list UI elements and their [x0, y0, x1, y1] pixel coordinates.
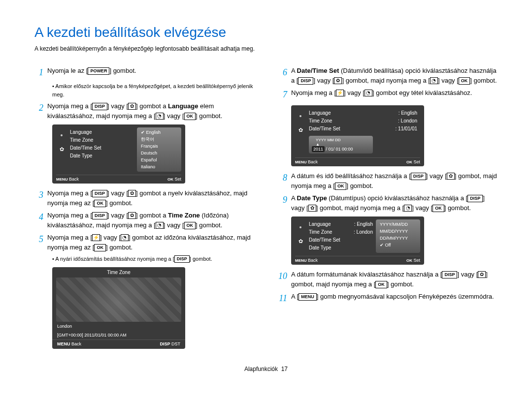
option: DD/MM/YYYY — [380, 235, 416, 242]
label: Date/Time Set — [309, 125, 340, 133]
page-footer: Alapfunkciók 17 — [34, 366, 498, 372]
text: vagy — [291, 204, 306, 212]
lcd-datetime: ✿ Language: English Time Zone: London Da… — [291, 105, 424, 166]
timer-icon: ◔ — [404, 205, 412, 212]
page-title: A kezdeti beállítások elvégzése — [34, 25, 498, 40]
ok-button-label: OK — [375, 281, 387, 288]
text: vagy — [428, 172, 445, 180]
text: (Dátumtípus) opció kiválasztásához haszn… — [327, 194, 466, 202]
timer-icon: ◔ — [121, 234, 129, 241]
disp-button-label: DISP — [298, 77, 313, 85]
text: gombot. — [111, 67, 136, 74]
date-value: 2011 / 01/ 01 00:00 — [312, 147, 370, 152]
text: vagy — [165, 112, 182, 120]
dot-icon — [61, 134, 63, 136]
language-bold: Language — [168, 102, 198, 110]
text: Nyomja meg a — [47, 234, 90, 241]
macro-icon: ✿ — [308, 205, 316, 212]
timer-icon: ◔ — [156, 222, 164, 229]
lcd-sidebar: ✿ — [295, 219, 306, 253]
ok-hint: OK — [406, 160, 412, 164]
value: : London — [354, 228, 373, 236]
option: YYYY/MM/DD — [380, 221, 416, 228]
left-column: 1 Nyomja le az [POWER] gombot. Amikor el… — [34, 66, 254, 354]
timer-icon: ◔ — [430, 77, 438, 84]
ok-button-label: OK — [94, 244, 106, 251]
menu-item: Time Zone — [70, 136, 134, 144]
ok-button-label: OK — [335, 183, 347, 190]
step-number: 11 — [278, 292, 291, 305]
text: gombot, majd nyomja meg a — [318, 204, 402, 212]
flash-icon: ⚡ — [336, 90, 344, 96]
set-label: Set — [413, 258, 420, 263]
text: gombot. — [446, 204, 471, 212]
step-number: 2 — [34, 101, 47, 121]
text: vagy — [109, 102, 127, 110]
disp-button-label: DISP — [92, 103, 107, 110]
label: Time Zone — [309, 228, 332, 236]
text: vagy — [102, 234, 119, 241]
text: gombot. — [198, 112, 223, 120]
set-label: Set — [413, 159, 420, 164]
datetype-options: YYYY/MM/DD MM/DD/YYYY DD/MM/YYYY Off — [376, 219, 420, 253]
text: Nyomja meg a — [47, 102, 90, 110]
text: vagy — [346, 89, 363, 96]
step-number: 6 — [278, 66, 291, 85]
right-column: 6 A Date/Time Set (Dátum/idő beállítása)… — [278, 66, 498, 354]
disp-button-label: DISP — [442, 271, 457, 278]
option: MM/DD/YYYY — [380, 228, 416, 235]
menu-hint: MENU — [295, 160, 307, 164]
label: Language — [309, 109, 331, 117]
disp-hint: DISP — [160, 341, 170, 346]
step-11: 11 A [MENU] gomb megnyomásával kapcsoljo… — [278, 292, 498, 305]
option: Deutsch — [141, 150, 177, 156]
bullet: Amikor először kapcsolja be a fényképező… — [52, 82, 254, 98]
text: gombot. — [198, 221, 223, 229]
bullet: A nyári időszámítás beállításához nyomja… — [52, 255, 254, 263]
step-number: 4 — [34, 211, 47, 230]
macro-icon: ✿ — [334, 77, 342, 84]
step-number: 9 — [278, 193, 291, 213]
power-button-label: POWER — [88, 67, 109, 75]
option: Italiano — [141, 163, 177, 170]
step-1: 1 Nyomja le az [POWER] gombot. — [34, 66, 254, 79]
label: Time Zone — [309, 117, 332, 125]
dot-icon — [299, 115, 301, 117]
menu-item: Date/Time Set — [70, 144, 134, 152]
text: A dátum és idő beállításához használja a — [291, 172, 409, 180]
datetimeset-bold: Date/Time Set — [297, 67, 339, 74]
lcd-sidebar: ✿ — [56, 127, 67, 172]
timer-icon: ◔ — [156, 113, 164, 120]
disp-button-label: DISP — [92, 212, 107, 219]
option: Español — [141, 156, 177, 163]
lcd-sidebar: ✿ — [295, 108, 306, 154]
ok-hint: OK — [406, 258, 412, 263]
page-number: 17 — [281, 366, 288, 372]
macro-icon: ✿ — [128, 212, 136, 219]
text: gomb megnyomásával kapcsoljon Fényképezé… — [318, 293, 494, 300]
option-selected: English — [141, 129, 177, 136]
step-8: 8 A dátum és idő beállításához használja… — [278, 171, 498, 190]
text: gombot a — [138, 102, 168, 110]
text: A — [291, 293, 297, 300]
text: vagy — [109, 212, 127, 219]
menu-item: Language — [70, 128, 134, 136]
value: : English — [399, 109, 417, 117]
label: Date/Time Set — [309, 236, 373, 244]
menu-hint: MENU — [56, 177, 68, 182]
text: gombot egy tétel kiválasztásához. — [374, 89, 472, 96]
back-label: Back — [69, 177, 79, 182]
disp-button-label: DISP — [467, 195, 483, 202]
option: 한국어 — [141, 136, 177, 143]
text: vagy — [459, 271, 476, 278]
text: vagy — [440, 77, 457, 84]
step-number: 8 — [278, 171, 291, 190]
page-subtitle: A kezdeti beállítóképernyőn a fényképező… — [34, 45, 498, 52]
tz-title: Time Zone — [52, 267, 185, 278]
gear-icon: ✿ — [60, 146, 64, 153]
timer-icon: ◔ — [365, 90, 372, 96]
datetype-bold: Date Type — [297, 194, 327, 202]
disp-button-label: DISP — [174, 255, 190, 263]
step-5-bullets: A nyári időszámítás beállításához nyomja… — [52, 255, 254, 263]
disp-button-label: DISP — [92, 190, 107, 197]
